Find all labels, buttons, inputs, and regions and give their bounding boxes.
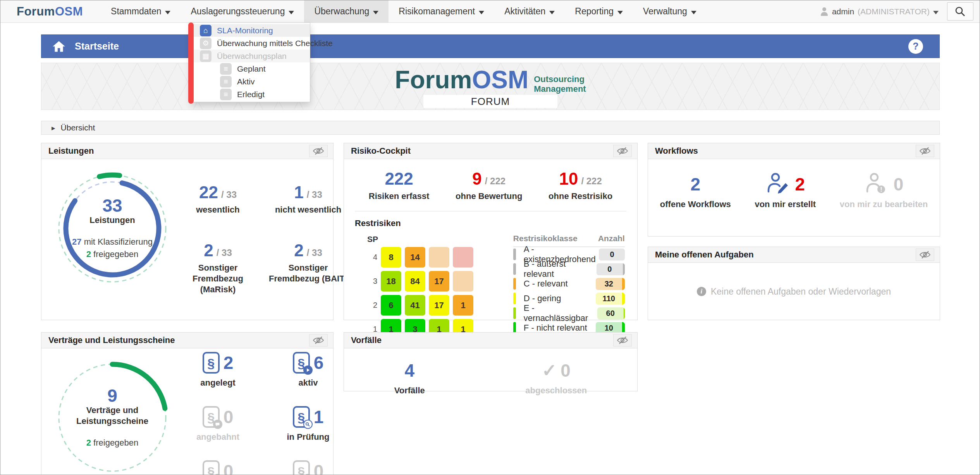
heatmap-cell[interactable]: 1 <box>453 295 473 316</box>
nav-item-reporting[interactable]: Reporting <box>565 0 633 22</box>
nav-items: StammdatenAuslagerungssteuerungÜberwachu… <box>101 0 707 22</box>
stat-offene-workflows[interactable]: 2 offene Workflows <box>660 172 731 209</box>
user-menu[interactable]: admin (ADMINISTRATOR) <box>820 7 939 16</box>
vertraege-stats: §2 angelegt §6 aktiv §0 angebahnt §1 in … <box>176 351 350 475</box>
search-button[interactable] <box>947 2 973 21</box>
app-logo[interactable]: ForumOSM <box>17 0 83 22</box>
overview-label: Übersicht <box>61 123 95 132</box>
nav-item-aktivit-ten[interactable]: Aktivitäten <box>494 0 565 22</box>
banner-logo-forum: Forum <box>395 66 472 94</box>
panel-title: Workflows <box>655 146 698 156</box>
hide-panel-button[interactable] <box>916 145 934 157</box>
menu-item-sla-monitoring[interactable]: ⌂SLA-Monitoring <box>191 24 310 37</box>
table-row-b-u-erst-relevant[interactable]: B - äußerst relevant 0 <box>513 262 625 276</box>
stat-von-mir-zu-bearbeiten[interactable]: !0 von mir zu bearbeiten <box>840 172 928 209</box>
user-icon <box>820 7 829 16</box>
count-badge: 0 <box>597 263 625 275</box>
app-window: ForumOSM StammdatenAuslagerungssteuerung… <box>0 0 980 475</box>
user-role: (ADMINISTRATOR) <box>858 7 930 16</box>
chevron-down-icon <box>289 11 294 14</box>
hide-panel-button[interactable] <box>309 145 328 157</box>
hide-panel-button[interactable] <box>916 249 934 261</box>
help-button[interactable]: ? <box>908 39 923 54</box>
overview-toggle[interactable]: ▸ Übersicht <box>41 121 940 135</box>
divider <box>355 211 626 211</box>
paragraph-pause-icon: § <box>203 460 220 475</box>
stat-von-mir-erstellt[interactable]: 2 von mir erstellt <box>755 172 816 209</box>
eye-slash-icon <box>919 146 931 156</box>
calendar-search-icon: ▦ <box>200 50 211 62</box>
nav-item-auslagerungssteuerung[interactable]: Auslagerungssteuerung <box>181 0 304 22</box>
nav-item-berwachung[interactable]: Überwachung <box>304 0 389 22</box>
stat-nicht-wesentlich[interactable]: 1/ 33 nicht wesentlich <box>275 184 341 215</box>
heatmap-cell[interactable]: 14 <box>405 247 425 268</box>
page-title: Startseite <box>75 41 119 52</box>
paragraph-search-icon: § <box>293 406 310 428</box>
nav-item-verwaltung[interactable]: Verwaltung <box>633 0 707 22</box>
stat-sonstiger-fremdbezug-bait[interactable]: 2/ 33 Sonstiger Fremdbezug (BAIT) <box>266 242 350 295</box>
donut-sublines: 27 mit Klassifizierung 2 freigegeben <box>72 236 153 261</box>
ueberwachung-dropdown: ⌂SLA-Monitoring⚙Überwachung mittels Chec… <box>191 22 310 102</box>
user-name: admin <box>832 7 854 16</box>
heatmap-cell[interactable]: 18 <box>381 271 401 292</box>
panel-title: Leistungen <box>48 146 94 156</box>
table-row-e-vernachl-ssigbar[interactable]: E - vernachlässigbar 60 <box>513 306 625 321</box>
nav-item-risikomanagement[interactable]: Risikomanagement <box>389 0 494 22</box>
menu-item-aktiv[interactable]: ≡Aktiv <box>191 75 310 88</box>
hide-panel-button[interactable] <box>613 145 632 157</box>
heatmap-cell[interactable]: 6 <box>381 295 401 316</box>
banner-logo: ForumOSMOutsourcingManagement <box>41 66 939 93</box>
stat-in-pr-fung[interactable]: §1 in Prüfung <box>287 405 330 442</box>
stat-angebahnt[interactable]: §0 angebahnt <box>196 405 239 442</box>
leistungen-donut: 33 Leistungen 27 mit Klassifizierung 2 f… <box>48 165 176 304</box>
search-icon <box>955 6 966 17</box>
menu-item-berwachungsplan[interactable]: ▦Überwachungsplan <box>191 50 310 62</box>
paragraph-cancel-icon: § <box>293 460 310 475</box>
heatmap-cell[interactable] <box>429 247 449 268</box>
person-edit-icon <box>765 172 791 195</box>
check-icon: ✓ <box>542 360 557 381</box>
stat-abgeschlossen[interactable]: ✓0 abgeschlossen <box>525 358 587 396</box>
donut-total: 9 <box>107 386 117 405</box>
chevron-down-icon <box>165 11 170 14</box>
heatmap-cell[interactable]: 8 <box>381 247 401 268</box>
top-navigation: ForumOSM StammdatenAuslagerungssteuerung… <box>0 0 980 23</box>
chevron-down-icon <box>691 11 696 14</box>
stat-aktiv[interactable]: §6 aktiv <box>293 351 324 388</box>
hide-panel-button[interactable] <box>309 334 328 346</box>
leistungen-stats: 22/ 33 wesentlich 1/ 33 nicht wesentlich… <box>176 184 350 295</box>
count-badge: 0 <box>599 249 625 261</box>
stat-ohne-restrisiko[interactable]: 10/ 222 ohne Restrisiko <box>548 171 612 202</box>
workflows-stats: 2 offene Workflows 2 von mir erstellt !0… <box>648 159 940 209</box>
menu-item-geplant[interactable]: ≡Geplant <box>191 62 310 75</box>
menu-item-berwachung-mittels-checkliste[interactable]: ⚙Überwachung mittels Checkliste <box>191 37 310 50</box>
stat-gek-ndigt[interactable]: §0 gekündigt <box>288 459 328 475</box>
svg-text:!: ! <box>880 186 882 193</box>
restrisiken-label: Restrisiken <box>355 218 637 228</box>
heatmap-cell[interactable]: 84 <box>405 271 425 292</box>
triangle-right-icon: ▸ <box>52 123 55 132</box>
paragraph-play-icon: § <box>293 352 310 374</box>
stat-angelegt[interactable]: §2 angelegt <box>200 351 235 388</box>
chevron-down-icon <box>373 11 378 14</box>
vertraege-donut: 9 Verträge und Leistungsscheine 2 freige… <box>48 354 176 475</box>
panel-vorfaelle: Vorfälle 4 Vorfälle ✓0 abgeschlossen <box>344 332 638 391</box>
heatmap-cell[interactable]: 41 <box>405 295 425 316</box>
heatmap-cell[interactable]: 17 <box>429 271 449 292</box>
heatmap-cell[interactable] <box>453 247 473 268</box>
stat-risiken-erfasst[interactable]: 222 Risiken erfasst <box>369 171 430 202</box>
chevron-down-icon <box>617 11 623 14</box>
stat-ohne-bewertung[interactable]: 9/ 222 ohne Bewertung <box>456 171 522 202</box>
stat-wesentlich[interactable]: 22/ 33 wesentlich <box>196 184 239 215</box>
hide-panel-button[interactable] <box>613 334 632 346</box>
heatmap-cell[interactable] <box>453 271 473 292</box>
stat-inaktiv[interactable]: §0 inaktiv <box>203 459 234 475</box>
eye-slash-icon <box>313 146 324 156</box>
menu-item-erledigt[interactable]: ≡Erledigt <box>191 88 310 101</box>
gear-search-icon: ⚙ <box>200 38 211 49</box>
donut-sublines: 2 freigegeben <box>86 437 139 449</box>
stat-vorf-lle[interactable]: 4 Vorfälle <box>394 358 425 396</box>
heatmap-cell[interactable]: 17 <box>429 295 449 316</box>
nav-item-stammdaten[interactable]: Stammdaten <box>101 0 181 22</box>
stat-sonstiger-fremdbezug-marisk[interactable]: 2/ 33 Sonstiger Fremdbezug (MaRisk) <box>176 242 260 295</box>
